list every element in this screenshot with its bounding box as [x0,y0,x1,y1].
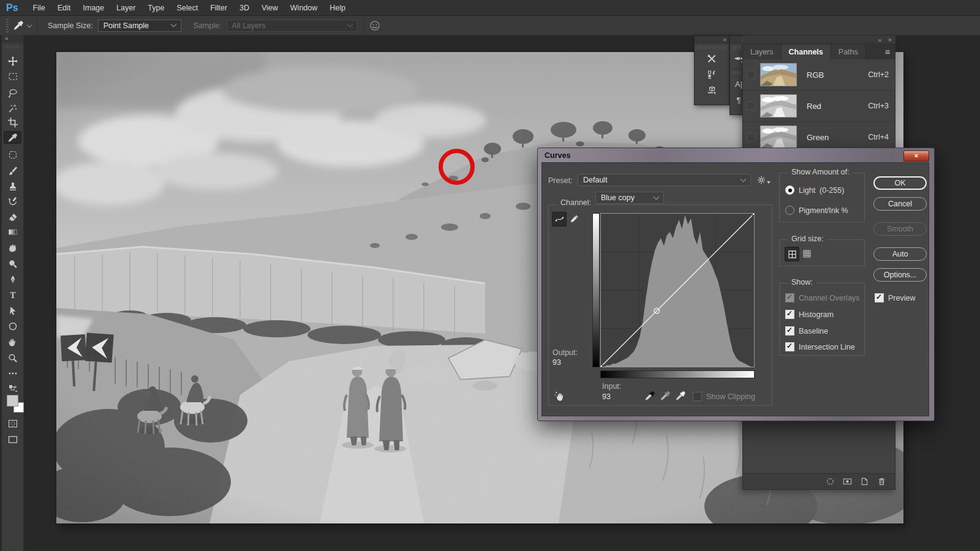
preview-checkbox[interactable]: Preview [875,293,915,302]
sample-dropdown: All Layers [227,20,358,32]
radio-light[interactable]: Light (0-255) [785,186,844,195]
tool-marquee[interactable] [7,70,18,82]
input-value: 93 [602,392,611,401]
panel-grip[interactable] [698,46,726,49]
radio-dot [785,186,794,195]
histogram-checkbox[interactable]: Histogram [785,310,834,319]
white-point-eyedropper[interactable] [676,391,686,401]
targeted-adjustment-tool-icon[interactable] [554,390,566,402]
collapse-panels-button[interactable]: « [878,36,881,43]
menu-file[interactable]: File [27,1,51,15]
draw-curve-pencil-button[interactable] [567,212,581,225]
tool-presets-panel-icon[interactable] [695,51,729,67]
load-selection-icon[interactable] [826,477,835,486]
curve-grid[interactable] [600,213,755,367]
channel-dropdown[interactable]: Blue copy [595,192,664,204]
menu-filter[interactable]: Filter [204,1,233,15]
tool-type[interactable]: T [7,289,18,301]
tool-crop[interactable] [7,116,18,128]
channels-panel-footer [743,473,895,489]
actions-panel-icon[interactable] [695,67,729,83]
show-clipping-checkbox[interactable]: Show Clipping [693,392,755,401]
panel-expand-button[interactable]: » [695,36,729,44]
tab-paths[interactable]: Paths [831,45,866,59]
gray-point-eyedropper[interactable] [660,391,671,401]
ok-button[interactable]: OK [873,176,927,190]
screen-mode-button[interactable] [7,433,18,445]
grid-coarse-button[interactable] [785,247,799,261]
options-bar-grip[interactable] [6,19,9,32]
auto-button[interactable]: Auto [873,247,927,261]
tool-path-selection[interactable] [7,305,18,317]
visibility-toggle[interactable] [747,133,755,141]
baseline-checkbox[interactable]: Baseline [785,326,828,335]
tool-magic-wand[interactable] [7,102,18,114]
tool-hand[interactable] [7,336,18,348]
close-panel-button[interactable]: × [888,36,892,43]
save-selection-icon[interactable] [843,477,852,486]
tool-lasso[interactable] [7,87,18,99]
tool-history-brush[interactable] [7,195,18,207]
delete-channel-icon[interactable] [877,477,886,486]
tool-move[interactable] [7,55,18,67]
black-point-eyedropper[interactable] [645,391,655,401]
panel-menu-icon[interactable]: ≡ [880,45,895,59]
3d-panel-icon[interactable] [695,83,729,99]
preset-options-gear-icon[interactable] [757,176,771,184]
dialog-titlebar[interactable]: Curves [538,148,934,162]
tool-gradient[interactable] [7,226,18,238]
sampling-ring-icon[interactable] [369,20,380,31]
menu-help[interactable]: Help [323,1,352,15]
swap-colors-icon[interactable] [7,383,18,394]
tab-layers[interactable]: Layers [743,45,782,59]
menu-select[interactable]: Select [170,1,204,15]
channel-row-red[interactable]: Red Ctrl+3 [743,91,895,122]
edit-points-mode-button[interactable] [552,212,567,227]
tool-dodge[interactable] [7,258,18,269]
tab-channels[interactable]: Channels [782,45,831,59]
tool-eraser[interactable] [7,211,18,223]
tool-eyedropper[interactable] [4,132,21,143]
visibility-toggle[interactable] [747,70,755,79]
checkbox-box [785,326,794,335]
tool-more-options[interactable] [7,367,18,379]
quick-mask-button[interactable] [7,418,18,429]
menu-window[interactable]: Window [284,1,323,15]
tool-zoom[interactable] [7,352,18,364]
dialog-title: Curves [545,151,570,160]
tool-pen[interactable] [7,274,18,285]
menu-edit[interactable]: Edit [51,1,77,15]
tool-ellipse[interactable] [7,320,18,332]
eyedropper-tool-icon[interactable] [13,20,24,31]
menu-view[interactable]: View [255,1,284,15]
dialog-close-button[interactable]: × [903,151,929,162]
tool-smudge[interactable] [7,242,18,253]
channel-row-rgb[interactable]: RGB Ctrl+2 [743,59,895,91]
visibility-toggle[interactable] [747,102,755,110]
grid-fine-button[interactable] [800,247,813,260]
cancel-button[interactable]: Cancel [873,197,927,211]
channel-legend: Channel: [557,198,594,207]
tools-panel-collapse[interactable]: » [2,35,23,43]
tools-panel-grip[interactable] [6,45,20,48]
tool-clone-stamp[interactable] [7,180,18,192]
input-label: Input: [602,382,621,391]
preset-dropdown[interactable]: Default [578,174,751,186]
radio-pigment-ink[interactable]: Pigment/Ink % [785,206,848,215]
menu-image[interactable]: Image [77,1,110,15]
tool-spot-healing[interactable] [7,149,18,160]
options-button[interactable]: Options... [873,268,927,282]
channel-thumbnail [760,126,797,149]
dialog-body: Preset: Default Channel: Blue copy [541,162,929,416]
foreground-color-swatch[interactable] [7,395,18,407]
intersection-line-checkbox[interactable]: Intersection Line [785,342,855,351]
sample-size-dropdown[interactable]: Point Sample [98,20,181,32]
sample-label: Sample: [194,21,222,30]
menu-type[interactable]: Type [141,1,170,15]
menu-3d[interactable]: 3D [233,1,255,15]
menu-layer[interactable]: Layer [110,1,141,15]
tool-brush[interactable] [7,165,18,176]
radio-dot [785,206,794,215]
tool-preset-chevron-icon[interactable] [27,22,32,27]
new-channel-icon[interactable] [860,477,869,486]
